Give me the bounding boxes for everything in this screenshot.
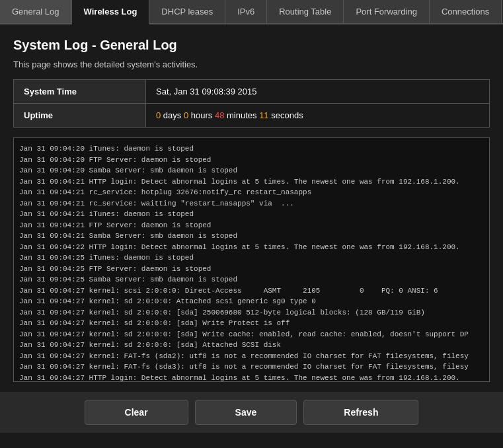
refresh-button[interactable]: Refresh (303, 400, 418, 425)
footer-buttons: Clear Save Refresh (0, 392, 503, 433)
tab-port-forwarding[interactable]: Port Forwarding (344, 0, 429, 23)
uptime-label: Uptime (14, 104, 146, 128)
uptime-seconds-text: seconds (269, 110, 303, 120)
log-area[interactable]: Jan 31 09:04:20 iTunes: daemon is stoped… (13, 137, 490, 382)
clear-button[interactable]: Clear (85, 400, 188, 425)
info-table: System Time Sat, Jan 31 09:08:39 2015 Up… (13, 79, 490, 128)
system-time-value: Sat, Jan 31 09:08:39 2015 (146, 80, 490, 104)
uptime-seconds-val: 11 (259, 110, 268, 120)
system-time-row: System Time Sat, Jan 31 09:08:39 2015 (14, 80, 490, 104)
tab-wireless-log[interactable]: Wireless Log (72, 0, 150, 24)
uptime-minutes-val: 48 (215, 110, 224, 120)
uptime-value: 0 days 0 hours 48 minutes 11 seconds (146, 104, 490, 128)
tab-ipv6[interactable]: IPv6 (225, 0, 267, 23)
save-button[interactable]: Save (195, 400, 297, 425)
tab-connections[interactable]: Connections (430, 0, 502, 23)
uptime-minutes-text: minutes (224, 110, 259, 120)
page-title: System Log - General Log (13, 38, 490, 53)
uptime-row: Uptime 0 days 0 hours 48 minutes 11 seco… (14, 104, 490, 128)
system-time-label: System Time (14, 80, 146, 104)
uptime-hours-text: hours (188, 110, 215, 120)
tab-bar: General Log Wireless Log DHCP leases IPv… (0, 0, 503, 24)
tab-dhcp-leases[interactable]: DHCP leases (149, 0, 225, 23)
main-content: System Log - General Log This page shows… (0, 24, 503, 433)
tab-general-log[interactable]: General Log (0, 0, 72, 23)
tab-routing-table[interactable]: Routing Table (267, 0, 344, 23)
uptime-days-text: days (161, 110, 184, 120)
page-description: This page shows the detailed system's ac… (13, 59, 490, 69)
